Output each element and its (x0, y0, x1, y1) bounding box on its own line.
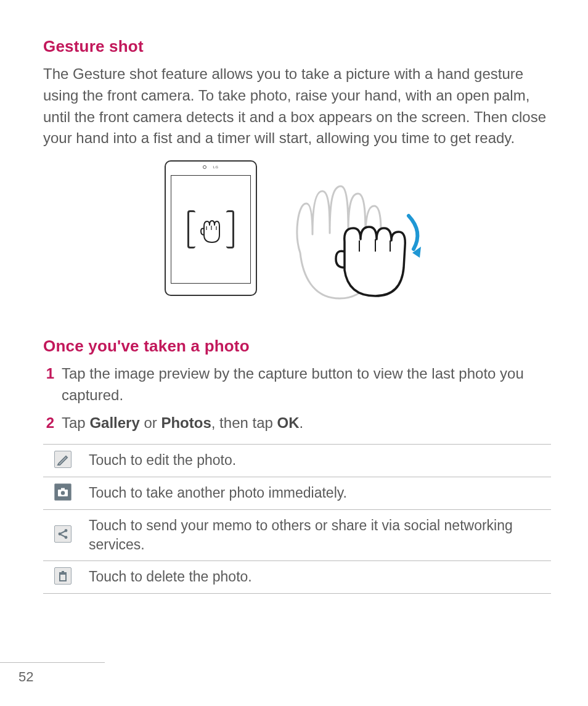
step-text: Tap the image preview by the capture but… (62, 363, 551, 406)
camera-icon (54, 483, 71, 501)
row-text: Touch to edit the photo. (83, 444, 551, 477)
list-item: 1 Tap the image preview by the capture b… (43, 363, 551, 406)
section-heading-after-photo: Once you've taken a photo (43, 337, 551, 356)
table-row: Touch to send your memo to others or sha… (43, 509, 551, 560)
table-row: Touch to take another photo immediately. (43, 477, 551, 509)
gesture-shot-description: The Gesture shot feature allows you to t… (43, 64, 551, 149)
tablet-graphic: LG (165, 160, 257, 296)
fist-icon (198, 214, 224, 245)
list-item: 2 Tap Gallery or Photos, then tap OK. (43, 413, 551, 434)
svg-rect-3 (61, 488, 65, 490)
hands-icon (276, 160, 430, 308)
trash-icon (54, 567, 71, 585)
table-row: Touch to edit the photo. (43, 444, 551, 477)
row-text: Touch to delete the photo. (83, 560, 551, 593)
svg-rect-8 (59, 572, 67, 574)
svg-rect-7 (60, 574, 66, 581)
row-text: Touch to take another photo immediately. (83, 477, 551, 509)
numbered-steps: 1 Tap the image preview by the capture b… (43, 363, 551, 433)
tablet-screen (171, 175, 251, 284)
gesture-illustration: LG (43, 160, 551, 308)
step-number: 1 (43, 363, 54, 406)
table-row: Touch to delete the photo. (43, 560, 551, 593)
row-text: Touch to send your memo to others or sha… (83, 509, 551, 560)
share-icon (54, 525, 71, 543)
step-number: 2 (43, 413, 54, 434)
tablet-camera-dot (203, 165, 206, 169)
page-number: 52 (0, 662, 105, 685)
bracket-left-icon (187, 210, 195, 248)
edit-icon (54, 451, 71, 468)
tablet-logo: LG (213, 165, 218, 169)
step-text: Tap Gallery or Photos, then tap OK. (62, 413, 303, 434)
svg-rect-9 (62, 571, 64, 572)
icon-actions-table: Touch to edit the photo. Touch to take a… (43, 444, 551, 594)
section-heading-gesture-shot: Gesture shot (43, 37, 551, 56)
svg-point-2 (61, 491, 65, 495)
bracket-right-icon (226, 210, 234, 248)
